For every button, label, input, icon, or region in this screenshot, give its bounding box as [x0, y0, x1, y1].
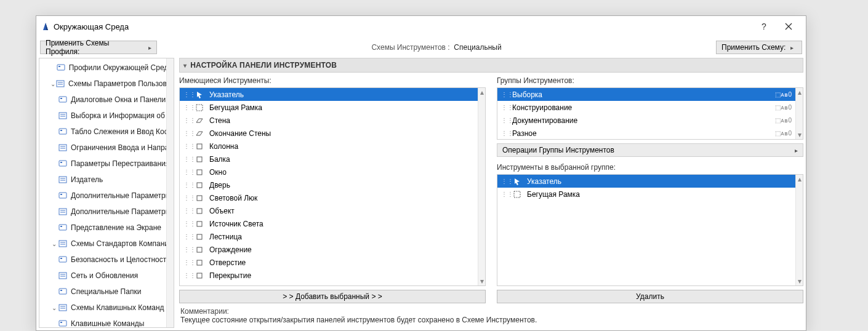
svg-rect-21: [60, 258, 62, 259]
sidebar-item[interactable]: ⌄Схемы Клавишных Команд: [39, 300, 174, 316]
groups-list[interactable]: ⋮⋮Выборка⬚ᴀʙ0⋮⋮Конструирование⬚ᴀʙ0⋮⋮Доку…: [497, 87, 803, 140]
section-header[interactable]: НАСТРОЙКА ПАНЕЛИ ИНСТРУМЕНТОВ: [179, 58, 803, 73]
available-tools-scrollbar[interactable]: ▴▾: [478, 88, 485, 285]
group-row[interactable]: ⋮⋮Разное⬚ᴀʙ0: [497, 127, 803, 140]
svg-rect-30: [197, 157, 202, 162]
sidebar-item[interactable]: ⌄Схемы Стандартов Компании: [39, 236, 174, 252]
group-row[interactable]: ⋮⋮Документирование⬚ᴀʙ0: [497, 114, 803, 127]
tool-icon: [195, 167, 204, 177]
tool-row[interactable]: ⋮⋮Стена: [180, 114, 485, 127]
available-tools-label: Имеющиеся Инструменты:: [179, 76, 486, 85]
tool-label: Объект: [209, 207, 235, 215]
group-row[interactable]: ⋮⋮Конструирование⬚ᴀʙ0: [497, 101, 803, 114]
svg-rect-35: [197, 221, 202, 226]
sidebar-item[interactable]: Специальные Папки: [39, 284, 174, 300]
drag-handle-icon[interactable]: ⋮⋮: [183, 181, 190, 188]
drag-handle-icon[interactable]: ⋮⋮: [183, 220, 190, 227]
drag-handle-icon[interactable]: ⋮⋮: [183, 207, 190, 214]
tool-row[interactable]: ⋮⋮Указатель: [180, 88, 485, 101]
svg-rect-19: [59, 241, 66, 247]
drag-handle-icon[interactable]: ⋮⋮: [501, 104, 507, 111]
group-label: Выборка: [512, 90, 542, 99]
sidebar-item[interactable]: Дополнительные Параметры О: [39, 204, 174, 220]
sidebar-item[interactable]: Дополнительные Параметры: [39, 188, 174, 204]
drag-handle-icon[interactable]: ⋮⋮: [183, 169, 190, 175]
tools-in-group-list[interactable]: ⋮⋮Указатель⋮⋮Бегущая Рамка ▴▾: [497, 174, 803, 286]
drag-handle-icon[interactable]: ⋮⋮: [183, 91, 190, 98]
close-button[interactable]: [776, 17, 801, 36]
tool-label: Перекрытие: [209, 271, 251, 280]
svg-rect-20: [59, 257, 66, 262]
tool-row[interactable]: ⋮⋮Дверь: [180, 178, 485, 191]
tool-row[interactable]: ⋮⋮Окно: [180, 166, 485, 178]
drag-handle-icon[interactable]: ⋮⋮: [183, 194, 190, 201]
sidebar-scrollbar[interactable]: [166, 58, 174, 327]
tool-row[interactable]: ⋮⋮Колонна: [180, 140, 485, 153]
sidebar-item-icon: [58, 223, 68, 233]
svg-rect-33: [197, 196, 202, 201]
sidebar-item[interactable]: Представление на Экране: [39, 220, 174, 236]
add-selected-button[interactable]: > > Добавить выбранный > >: [179, 290, 486, 303]
sidebar-item[interactable]: Клавишные Команды: [39, 316, 174, 328]
tool-row[interactable]: ⋮⋮Ограждение: [180, 243, 485, 256]
sidebar-item[interactable]: Ограничения Ввода и Направля: [39, 140, 174, 156]
tool-row[interactable]: ⋮⋮Окончание Стены: [180, 127, 485, 140]
sidebar-item[interactable]: Сеть и Обновления: [39, 268, 174, 284]
sidebar-item[interactable]: Безопасность и Целостность да: [39, 252, 174, 268]
drag-handle-icon[interactable]: ⋮⋮: [183, 104, 190, 111]
drag-handle-icon[interactable]: ⋮⋮: [501, 91, 507, 98]
apply-profile-scheme-button[interactable]: Применить Схемы Профиля:: [40, 41, 157, 54]
sidebar-item[interactable]: ⌄Схемы Параметров Пользователя: [39, 76, 174, 92]
sidebar-item-label: Параметры Перестраивания Мо: [71, 159, 174, 168]
remove-button[interactable]: Удалить: [497, 290, 803, 303]
tool-row[interactable]: ⋮⋮Световой Люк: [180, 191, 485, 204]
group-tool-row[interactable]: ⋮⋮Бегущая Рамка: [497, 188, 803, 201]
tools-scrollbar[interactable]: ▴▾: [795, 175, 803, 285]
sidebar-item-label: Специальные Папки: [71, 287, 141, 296]
sidebar-item[interactable]: Профили Окружающей Среды: [39, 60, 174, 76]
group-row[interactable]: ⋮⋮Выборка⬚ᴀʙ0: [497, 88, 803, 101]
group-tool-row[interactable]: ⋮⋮Указатель: [497, 175, 803, 188]
sidebar-item[interactable]: Параметры Перестраивания Мо: [39, 156, 174, 172]
groups-label: Группы Инструментов:: [497, 76, 803, 85]
sidebar-item-label: Схемы Параметров Пользователя: [68, 79, 174, 88]
sidebar-item-icon: [58, 111, 68, 121]
drag-handle-icon[interactable]: ⋮⋮: [183, 233, 190, 240]
drag-handle-icon[interactable]: ⋮⋮: [183, 117, 190, 124]
drag-handle-icon[interactable]: ⋮⋮: [183, 246, 190, 253]
sidebar-item[interactable]: Диалоговые Окна и Панели: [39, 92, 174, 108]
svg-rect-9: [60, 130, 62, 131]
tool-row[interactable]: ⋮⋮Перекрытие: [180, 269, 485, 282]
svg-rect-8: [59, 129, 66, 134]
drag-handle-icon[interactable]: ⋮⋮: [501, 130, 507, 137]
sidebar-item[interactable]: Издатель: [39, 172, 174, 188]
tool-row[interactable]: ⋮⋮Бегущая Рамка: [180, 101, 485, 114]
drag-handle-icon[interactable]: ⋮⋮: [183, 143, 190, 150]
tool-row[interactable]: ⋮⋮Лестница: [180, 230, 485, 243]
tool-row[interactable]: ⋮⋮Отверстие: [180, 256, 485, 269]
tool-row[interactable]: ⋮⋮Балка: [180, 153, 485, 166]
tool-row[interactable]: ⋮⋮Источник Света: [180, 217, 485, 230]
group-tool-label: Указатель: [527, 177, 561, 186]
group-operations-button[interactable]: Операции Группы Инструментов: [497, 143, 803, 157]
drag-handle-icon[interactable]: ⋮⋮: [183, 272, 190, 279]
drag-handle-icon[interactable]: ⋮⋮: [183, 156, 190, 162]
drag-handle-icon[interactable]: ⋮⋮: [501, 191, 507, 197]
sidebar-item[interactable]: Выборка и Информация об Эле: [39, 108, 174, 124]
drag-handle-icon[interactable]: ⋮⋮: [501, 178, 507, 185]
drag-handle-icon[interactable]: ⋮⋮: [183, 130, 190, 137]
available-tools-list[interactable]: ⋮⋮Указатель⋮⋮Бегущая Рамка⋮⋮Стена⋮⋮Оконч…: [179, 87, 486, 286]
crumb-value: Специальный: [454, 43, 501, 52]
help-button[interactable]: ?: [752, 17, 776, 36]
sidebar-item-icon: [58, 95, 68, 105]
drag-handle-icon[interactable]: ⋮⋮: [183, 259, 190, 266]
dialog-window: Окружающая Среда ? Применить Схемы Профи…: [36, 15, 806, 331]
groups-column: Группы Инструментов: ⋮⋮Выборка⬚ᴀʙ0⋮⋮Конс…: [497, 76, 803, 286]
drag-handle-icon[interactable]: ⋮⋮: [501, 117, 507, 124]
groups-scrollbar[interactable]: ▴▾: [795, 88, 803, 139]
sidebar-item[interactable]: Табло Слежения и Ввод Коорди: [39, 124, 174, 140]
apply-scheme-button[interactable]: Применить Схему:: [716, 41, 802, 54]
svg-rect-27: [60, 322, 62, 323]
main-panel: НАСТРОЙКА ПАНЕЛИ ИНСТРУМЕНТОВ Имеющиеся …: [177, 58, 806, 330]
tool-row[interactable]: ⋮⋮Объект: [180, 204, 485, 217]
